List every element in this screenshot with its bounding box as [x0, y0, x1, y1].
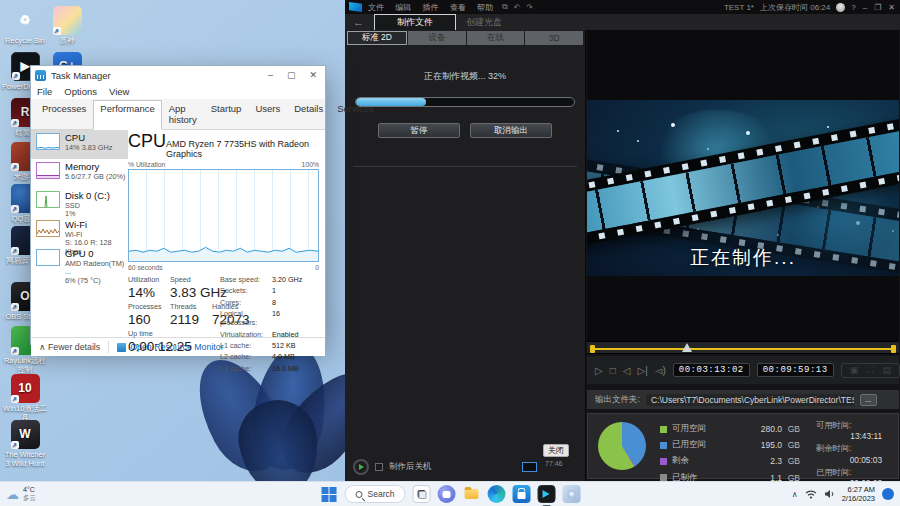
weather-widget[interactable]: ☁ 4°C多云 [6, 486, 36, 501]
wifi-thumbnail [36, 220, 60, 237]
desktop-icon-recycle-bin[interactable]: ♻Recycle Bin [2, 6, 48, 46]
stop-icon[interactable]: □ [610, 365, 616, 376]
sidebar-item-cpu[interactable]: CPU14% 3.83 GHz [31, 130, 128, 159]
pause-button[interactable]: 暂停 [378, 123, 460, 138]
tooltip: 关闭 [543, 444, 569, 457]
timeline-end-marker[interactable] [891, 345, 896, 353]
tab-app-history[interactable]: App history [162, 100, 204, 129]
previous-frame-icon[interactable]: ◁ [623, 365, 631, 376]
play-icon[interactable]: ▷ [595, 365, 603, 376]
next-frame-icon[interactable]: ▷| [637, 365, 647, 376]
chat-button[interactable] [437, 485, 455, 503]
close-icon[interactable]: ✕ [309, 70, 317, 80]
tab-details[interactable]: Details [287, 100, 330, 129]
menu-item[interactable]: 帮助 [477, 3, 493, 12]
microsoft-store-button[interactable] [512, 485, 530, 503]
weather-temp: 4°C [23, 486, 35, 493]
restore-icon[interactable]: ❐ [874, 3, 882, 12]
redo-icon[interactable]: ↷ [526, 3, 533, 12]
tab-users[interactable]: Users [248, 100, 287, 129]
preview-timeline[interactable] [587, 341, 899, 354]
chevron-up-icon: ∧ [39, 342, 45, 352]
cancel-output-button[interactable]: 取消输出 [470, 123, 552, 138]
produce-preview-icon[interactable] [353, 459, 369, 475]
powerdirector-taskbar-button[interactable] [537, 485, 555, 503]
powerdirector-titlebar[interactable]: 文件 编辑 插件 查看 帮助 ⧉ ↶ ↷ TEST 1* 上次保存时间 06:2… [345, 0, 900, 14]
task-view-button[interactable] [412, 485, 430, 503]
tray-overflow-chevron-icon[interactable]: ∧ [792, 490, 798, 499]
y-axis-label: % Utilization [128, 161, 165, 168]
browse-button[interactable]: ... [860, 394, 877, 406]
weather-condition: 多云 [23, 494, 36, 501]
account-avatar[interactable] [836, 3, 845, 12]
app-menu: 文件 编辑 插件 查看 帮助 [368, 2, 502, 13]
tab-performance[interactable]: Performance [93, 100, 161, 130]
performance-sidebar: CPU14% 3.83 GHz Memory5.6/27.7 GB (20%) … [31, 130, 128, 337]
photos-app-button[interactable] [562, 485, 580, 503]
shortcut-arrow-icon: ↗ [11, 395, 19, 403]
edge-browser-button[interactable] [487, 485, 505, 503]
search-icon [356, 491, 363, 498]
playhead-marker[interactable] [682, 343, 692, 352]
help-icon[interactable]: ? [851, 3, 856, 12]
search-box[interactable]: Search [345, 485, 406, 503]
minimize-icon[interactable]: – [268, 70, 273, 80]
tab-device[interactable]: 设备 [408, 31, 466, 45]
fewer-details-button[interactable]: ∧ Fewer details [39, 342, 100, 352]
sidebar-item-wifi[interactable]: Wi-FiWi-FiS: 16.0 R: 128 Kbps [31, 217, 128, 246]
shutdown-label: 制作后关机 [389, 461, 432, 473]
capture-icon[interactable]: ⧉ [502, 2, 508, 12]
notification-badge[interactable] [882, 488, 894, 500]
menu-file[interactable]: File [37, 86, 52, 97]
sidebar-item-disk[interactable]: Disk 0 (C:)SSD1% [31, 188, 128, 217]
share-icon: ▤ [882, 365, 891, 376]
clock-widget[interactable]: 6:27 AM2/16/2023 [842, 485, 875, 503]
project-info: 上次保存时间 06:24 [760, 2, 830, 13]
tab-bar: Processes Performance App history Startu… [31, 99, 325, 130]
small-input-field[interactable] [522, 462, 537, 472]
task-manager-titlebar[interactable]: Task Manager – ▢ ✕ [31, 66, 325, 84]
stat-threads: Threads2119 [170, 302, 199, 327]
volume-icon[interactable]: ◅) [655, 365, 666, 376]
menu-item[interactable]: 插件 [422, 3, 438, 12]
maximize-icon[interactable]: ▢ [287, 70, 296, 80]
disk-thumbnail [36, 191, 60, 208]
menu-options[interactable]: Options [64, 86, 97, 97]
tab-produce-file[interactable]: 制作文件 [374, 14, 456, 31]
desktop-icon-witcher3[interactable]: W↗The Witcher 3 Wild Hunt [2, 420, 48, 468]
sidebar-item-memory[interactable]: Memory5.6/27.7 GB (20%) [31, 159, 128, 188]
file-explorer-button[interactable] [462, 485, 480, 503]
stat-speed: Speed3.83 GHz [170, 275, 227, 300]
desktop-icon-win10[interactable]: 10↗Win10激活工具 [2, 374, 48, 422]
tab-create-disc[interactable]: 创建光盘 [466, 16, 502, 29]
minimize-icon[interactable]: – [863, 3, 868, 12]
tab-services[interactable]: Services [330, 100, 380, 129]
back-arrow-icon[interactable]: ← [353, 16, 364, 28]
menu-view[interactable]: View [109, 86, 129, 97]
timeline-start-marker[interactable] [590, 345, 595, 353]
menu-item[interactable]: 编辑 [395, 3, 411, 12]
fullscreen-icon: ⛶ [867, 365, 873, 376]
shutdown-checkbox[interactable] [375, 463, 383, 471]
tab-online[interactable]: 在线 [467, 31, 525, 45]
tab-startup[interactable]: Startup [204, 100, 249, 129]
start-button[interactable] [320, 485, 338, 503]
time-stats: 可用时间: 13:43:11 剩余时间: 00:05:03 已用时间: 00:0… [816, 420, 896, 490]
wifi-icon[interactable] [805, 489, 817, 499]
clock-time: 6:27 AM [847, 485, 875, 494]
desktop-icon-game[interactable]: ↗原神 [44, 6, 90, 46]
cpu-panel-title: CPU [128, 131, 166, 152]
undo-icon[interactable]: ↶ [514, 3, 521, 12]
speaker-icon[interactable] [824, 489, 835, 499]
menu-item[interactable]: 文件 [368, 3, 384, 12]
cpu-utilization-graph [128, 169, 319, 262]
tab-3d[interactable]: 3D [525, 31, 583, 45]
close-icon[interactable]: ✕ [888, 3, 896, 12]
tab-standard-2d[interactable]: 标准 2D [347, 31, 407, 45]
timeline-track [593, 348, 893, 350]
menu-item[interactable]: 查看 [450, 3, 466, 12]
current-time: 00:03:13:02 [673, 363, 750, 377]
shortcut-arrow-icon: ↗ [11, 247, 19, 255]
sidebar-item-gpu[interactable]: GPU 0AMD Radeon(TM) ...6% (75 °C) [31, 246, 128, 275]
tab-processes[interactable]: Processes [35, 100, 93, 129]
